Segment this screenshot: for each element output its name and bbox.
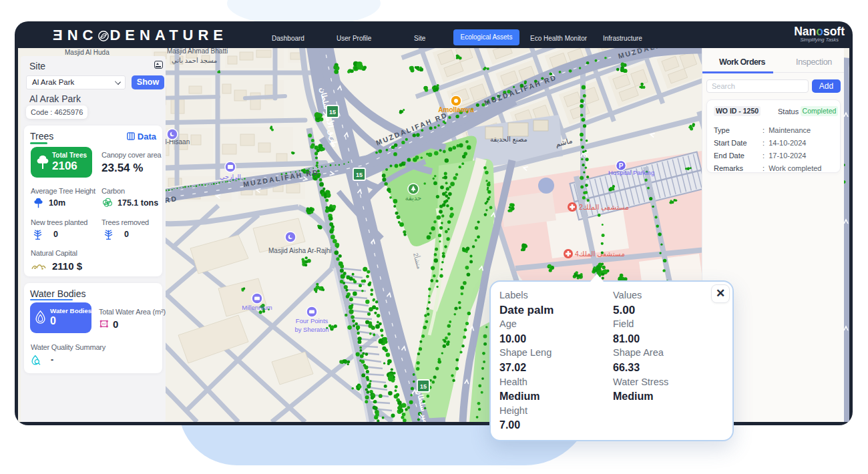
svg-text:مسجد احمد باتي: مسجد احمد باتي xyxy=(172,57,217,65)
svg-text:15: 15 xyxy=(329,109,336,115)
svg-text:مستشفى الملك4: مستشفى الملك4 xyxy=(575,250,625,258)
svg-text:Millennium: Millennium xyxy=(242,304,272,311)
svg-text:Four Points: Four Points xyxy=(296,317,329,324)
svg-text:Masjid Aisha Ar-Rajhi: Masjid Aisha Ar-Rajhi xyxy=(268,247,331,254)
svg-text:by Sheraton: by Sheraton xyxy=(294,326,329,333)
svg-text:15: 15 xyxy=(356,172,363,178)
svg-text:P: P xyxy=(619,162,624,170)
svg-text:مصنع الحديقة: مصنع الحديقة xyxy=(490,136,527,144)
svg-text:al-Hisaan: al-Hisaan xyxy=(162,138,190,146)
svg-text:حديقة: حديقة xyxy=(405,194,422,202)
svg-text:Hospital Parking: Hospital Parking xyxy=(608,169,654,176)
svg-text:الرازجي: الرازجي xyxy=(220,173,241,180)
svg-text:Masjid Ahmad Bhatti: Masjid Ahmad Bhatti xyxy=(167,48,228,55)
svg-text:مستشفى الملك2: مستشفى الملك2 xyxy=(579,203,629,211)
svg-text:Masjid Al Huda: Masjid Al Huda xyxy=(65,49,110,56)
svg-text:m²: m² xyxy=(102,322,106,326)
svg-text:15: 15 xyxy=(420,383,427,390)
svg-text:Amollamya: Amollamya xyxy=(438,106,474,113)
svg-text:CO₂: CO₂ xyxy=(105,202,110,205)
